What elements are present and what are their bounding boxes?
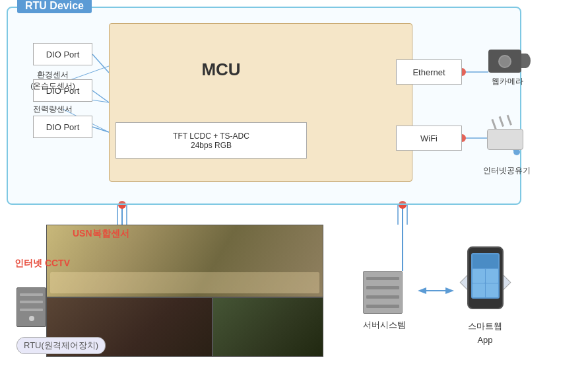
phone-screen-cell-4	[486, 283, 498, 297]
ethernet-box: Ethernet	[396, 59, 462, 85]
app-label: App	[455, 335, 515, 345]
svg-marker-17	[418, 287, 426, 294]
main-diagram: RTU Device MCU TFT LCDC + TS-ADC 24bps R…	[7, 7, 574, 363]
router-label: 인터넷공유기	[483, 165, 531, 176]
phone-shape	[467, 246, 504, 309]
webcam-label: 웹카메라	[492, 76, 523, 87]
webcam-icon	[488, 50, 521, 73]
wifi-box: WiFi	[396, 126, 462, 151]
env-label-2: (온습도센서)	[10, 81, 96, 92]
smart-web-label: 스마트웹	[455, 320, 515, 332]
server-line-1	[366, 277, 399, 280]
server-shape	[363, 271, 403, 314]
env-label-3: 전력량센서	[10, 104, 96, 115]
phone-screen-cell-1	[473, 269, 485, 283]
ethernet-label: Ethernet	[412, 67, 445, 77]
env-labels: 환경센서 (온습도센서) 전력량센서	[10, 69, 96, 115]
server-label: 서버시스템	[363, 319, 406, 331]
server-line-4	[366, 305, 399, 308]
wifi-label: WiFi	[420, 133, 438, 143]
router-shape	[487, 129, 523, 150]
cctv-label: 인터넷 CCTV	[15, 258, 70, 270]
phone-screen-cell-2	[486, 269, 498, 283]
server-area: 서버시스템	[363, 271, 406, 331]
phone-area: 스마트웹 App	[455, 241, 515, 345]
rtu-device-label: RTU Device	[17, 0, 92, 13]
tft-box: TFT LCDC + TS-ADC 24bps RGB	[115, 122, 307, 159]
usn-label: USN복합센서	[73, 228, 129, 240]
dio-port-3-label: DIO Port	[46, 122, 80, 132]
env-label-1: 환경센서	[10, 69, 96, 81]
phone-screen	[471, 253, 500, 299]
webcam-shape	[488, 50, 521, 73]
server-line-3	[366, 295, 399, 299]
router-icon	[487, 129, 523, 150]
svg-marker-16	[445, 287, 454, 294]
phone-screen-cell-3	[473, 283, 485, 297]
dio-port-3: DIO Port	[33, 116, 92, 138]
server-line-2	[366, 286, 399, 289]
rtu-bottom-label: RTU(원격제어장치)	[16, 337, 106, 354]
phone-screen-cell-header	[473, 254, 498, 268]
tft-text1: TFT LCDC + TS-ADC	[173, 131, 249, 141]
dio-port-1-label: DIO Port	[46, 50, 80, 59]
small-rtu-device-icon	[16, 287, 46, 327]
tft-text2: 24bps RGB	[191, 141, 232, 150]
photo-cell-3	[212, 297, 323, 357]
dio-port-1: DIO Port	[33, 43, 92, 65]
